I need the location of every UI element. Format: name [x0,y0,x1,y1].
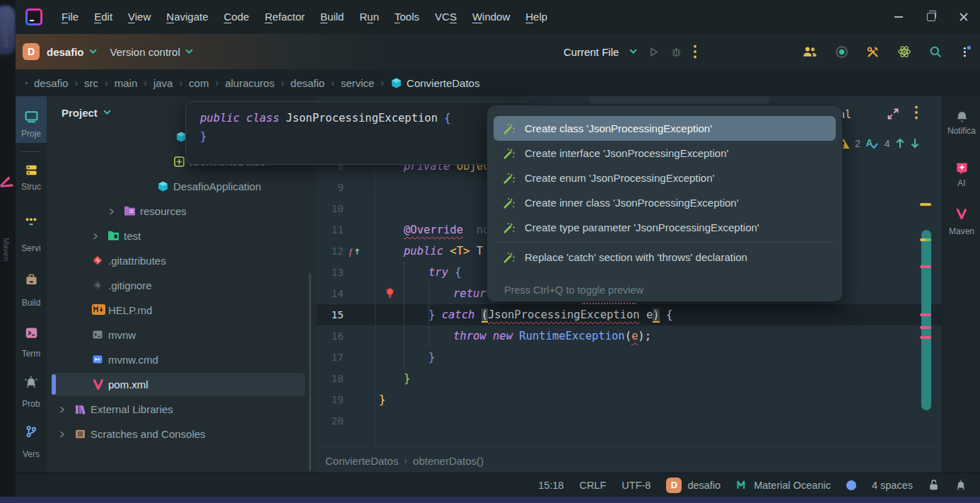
menu-navigate[interactable]: Navigate [158,0,216,34]
search-everywhere-button[interactable] [929,45,942,58]
tree-item-pom-xml[interactable]: pom.xml [47,372,317,397]
breadcrumb-item[interactable]: src [84,77,98,89]
profiler-button[interactable] [835,45,848,59]
run-configuration-widget[interactable]: Current File [564,46,619,58]
project-panel-scrollbar[interactable] [309,273,311,471]
popup-item-label: Create enum 'JsonProcessingException' [525,172,714,184]
menu-help[interactable]: Help [518,0,555,34]
project-widget[interactable]: desafio [47,46,84,58]
indent-guide [404,262,404,368]
tree-item-resources[interactable]: resources [47,199,317,224]
ai-icon [943,161,980,175]
next-problem-button[interactable] [910,138,920,149]
tools-button[interactable] [866,45,880,59]
debug-button[interactable] [670,46,682,58]
chevron-down-icon [185,49,193,54]
breadcrumb-item[interactable]: main [115,77,138,89]
tooltip-code-line: } [200,127,518,146]
sidebar-item-label: Build [16,298,47,308]
maven-icon [943,208,980,220]
inspections-widget[interactable]: 2 A 4 [837,137,920,149]
line-ending-widget[interactable]: CRLF [579,480,606,491]
editor-breadcrumb-item[interactable]: obtenerDatos() [413,455,484,467]
chevron-right-icon[interactable] [59,431,65,438]
plugins-button[interactable] [897,45,911,59]
more-run-actions-button[interactable] [693,45,697,59]
previous-problem-button[interactable] [895,138,905,149]
tree-item--gitattributes[interactable]: .gitattributes [47,248,317,273]
chevron-right-icon[interactable] [59,406,65,413]
tree-item-help-md[interactable]: HELP.md [47,298,317,323]
code-token: { [660,308,673,321]
theme-widget[interactable]: Material Oceanic [736,479,831,491]
menu-vcs[interactable]: VCS [427,0,465,34]
breadcrumb-item[interactable]: java [153,77,173,89]
line-number: 14 [317,283,344,304]
breadcrumb-item[interactable]: service [341,77,375,89]
popup-item[interactable]: Create inner class 'JsonProcessingExcept… [487,190,842,215]
menu-view[interactable]: View [120,0,158,34]
menu-build[interactable]: Build [313,0,351,34]
overrides-method-gutter-icon[interactable]: f [349,245,361,257]
encoding-widget[interactable]: UTF-8 [622,480,651,491]
editor-tab-remnant [589,96,769,104]
menu-code[interactable]: Code [216,0,257,34]
intention-bulb-icon[interactable] [385,287,395,299]
chevron-down-icon [629,49,637,54]
breadcrumb-item[interactable]: desafio [291,77,325,89]
popup-item[interactable]: Create class 'JsonProcessingException' [487,116,842,141]
menu-window[interactable]: Window [465,0,518,34]
close-icon [959,12,969,22]
code-token: JsonProcessingException [488,308,640,321]
project-panel-header[interactable]: Project [62,103,111,122]
lock-icon[interactable] [928,479,939,491]
close-button[interactable] [947,0,980,34]
tree-item-mvnw[interactable]: mvnw [47,323,317,347]
project-avatar[interactable]: D [23,43,40,60]
notifications-bell-icon[interactable] [955,479,967,491]
tree-item-label: resources [140,199,187,224]
tree-item-mvnw-cmd[interactable]: mvnw.cmd [47,347,317,372]
run-button[interactable] [648,46,660,58]
vcs-widget[interactable]: Version control [110,46,180,58]
tree-item-desafioapplication[interactable]: DesafioApplication [47,174,317,199]
minimize-button[interactable] [882,0,915,34]
editor-options-button[interactable] [914,105,918,120]
menu-edit[interactable]: Edit [86,0,120,34]
breadcrumb-item[interactable]: com [189,77,209,89]
restore-button[interactable] [915,0,947,34]
chevron-right-icon[interactable] [93,233,98,240]
breadcrumb-item[interactable]: desafio [34,77,68,89]
breadcrumb-item[interactable]: aluracuros [225,77,274,89]
settings-menu-button[interactable] [959,45,972,58]
tree-item-test[interactable]: test [47,224,317,248]
indent-widget[interactable]: 4 spaces [872,480,913,491]
popup-item[interactable]: Create enum 'JsonProcessingException' [487,166,842,190]
breadcrumb-leaf[interactable]: ConvierteDatos [390,77,479,89]
intention-wand-icon [503,172,515,185]
problems-icon [16,376,47,388]
editor-breadcrumb-separator [317,447,942,448]
popup-item[interactable]: Create type parameter 'JsonProcessingExc… [487,215,842,240]
editor-scrollbar[interactable] [921,230,931,410]
menu-run[interactable]: Run [351,0,387,34]
menu-file[interactable]: File [54,0,86,34]
popup-item[interactable]: Replace 'catch' section with 'throws' de… [487,245,842,270]
editor-breadcrumb-item[interactable]: ConvierteDatos [325,455,398,467]
class-icon [157,180,169,192]
tree-item-external-libraries[interactable]: External Libraries [47,397,317,422]
tree-item-scratches-and-consoles[interactable]: Scratches and Consoles [47,422,317,446]
tree-item--gitignore[interactable]: .gitignore [47,273,317,298]
project-widget-status[interactable]: D desafio [666,478,721,493]
cursor-position-widget[interactable]: 15:18 [538,480,564,491]
chevron-right-icon[interactable] [109,208,115,215]
analyzer-status-icon[interactable] [846,480,856,490]
sidebar-item-label: Maven [943,226,980,236]
menu-tools[interactable]: Tools [387,0,427,34]
build-icon [16,273,47,287]
code-with-me-button[interactable] [803,46,817,57]
code-token: { [444,112,450,125]
popup-item[interactable]: Create interface 'JsonProcessingExceptio… [487,141,842,166]
expand-editor-icon[interactable] [887,108,899,120]
menu-refactor[interactable]: Refactor [257,0,313,34]
